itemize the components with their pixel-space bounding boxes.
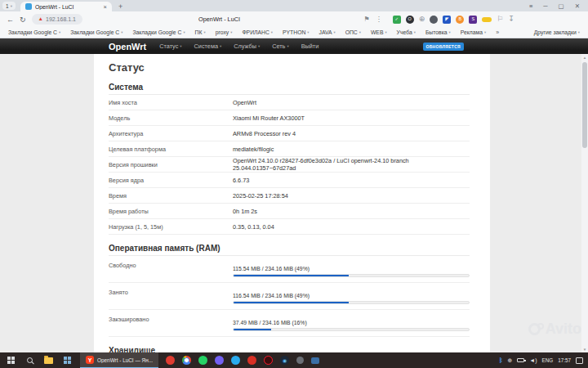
system-table: Имя хостаOpenWrt МодельXiaomi Mi Router … — [109, 94, 470, 235]
chevron-down-icon: ▾ — [180, 44, 181, 48]
start-button[interactable] — [5, 355, 16, 366]
pennant-flag-icon[interactable]: ⚐ — [497, 16, 503, 24]
table-row: Версия прошивкиOpenWrt 24.10.0 r28427-6d… — [109, 157, 470, 173]
chevron-down-icon: ▾ — [578, 30, 580, 34]
nav-services[interactable]: Службы▾ — [234, 43, 260, 50]
nav-network[interactable]: Сеть▾ — [272, 43, 289, 50]
new-tab-button[interactable]: + — [118, 2, 122, 11]
window-title: OpenWrt - LuCI — [81, 16, 359, 23]
bookmark-folder[interactable]: Бытовка▾ — [425, 29, 451, 35]
scrollbar-thumb[interactable] — [582, 62, 587, 148]
chevron-down-icon: ▾ — [287, 44, 288, 48]
active-task-yandex-browser[interactable]: Y OpenWrt - LuCI — Ян... — [80, 352, 158, 368]
battery-icon[interactable] — [517, 358, 524, 362]
yandex-browser-icon: Y — [86, 356, 94, 364]
chevron-down-icon: ▾ — [359, 30, 361, 34]
progress-bar — [233, 274, 470, 277]
maximize-icon[interactable]: ▢ — [559, 2, 564, 10]
opera-icon[interactable] — [264, 356, 273, 365]
scrollbar[interactable]: ▲ ▼ — [581, 54, 588, 352]
back-icon[interactable]: ← — [7, 16, 14, 24]
bookmark-folder[interactable]: ПК▾ — [195, 29, 206, 35]
scroll-up-icon[interactable]: ▲ — [581, 54, 588, 61]
progress-text: 116.54 MiB / 234.16 MiB (49%) — [233, 293, 310, 298]
browser-tab-active[interactable]: OpenWrt - LuCI × — [20, 2, 112, 11]
chevron-down-icon: ▾ — [258, 44, 260, 48]
bookmark-folder[interactable]: Закладки Google C▾ — [132, 29, 185, 35]
bookmark-folder[interactable]: Реклама▾ — [461, 29, 486, 35]
nav-status[interactable]: Статус▾ — [159, 43, 181, 50]
bookmark-folder[interactable]: Закладки Google C▾ — [8, 29, 60, 35]
table-row: Имя хостаOpenWrt — [109, 95, 470, 110]
volume-icon[interactable]: ◄) — [529, 357, 537, 363]
purple-s-extension-icon[interactable]: S — [469, 16, 477, 24]
url-pill[interactable]: ▲ 192.168.1.1 — [32, 14, 82, 25]
site-warning-icon[interactable]: ▲ — [38, 16, 43, 22]
bookmark-folder[interactable]: Закладки Google C▾ — [70, 29, 122, 35]
blue-square-extension-icon[interactable]: ◤ — [443, 16, 451, 24]
action-center-icon[interactable] — [576, 357, 583, 364]
chevron-down-icon: ▾ — [230, 30, 232, 34]
avito-logo-icon — [537, 323, 544, 330]
telegram-icon[interactable] — [231, 356, 240, 365]
avito-watermark: Avito — [528, 321, 581, 338]
orange-b-extension-icon[interactable]: B — [456, 16, 464, 24]
red-app-icon[interactable] — [166, 356, 175, 365]
adguard-shield-icon[interactable]: ✓ — [393, 16, 401, 24]
app-grid-icon[interactable] — [61, 355, 73, 366]
network-icon[interactable]: ⊕ — [507, 357, 512, 364]
more-menu-icon[interactable]: ⋮ — [376, 16, 382, 23]
tab-counter-button[interactable]: 1 ▾ — [2, 2, 16, 10]
bookmark-folder[interactable]: JAVA▾ — [319, 29, 336, 35]
table-row: Целевая платформаmediatek/filogic — [109, 141, 470, 157]
chevron-down-icon: ▾ — [11, 4, 12, 8]
language-indicator[interactable]: ENG — [542, 357, 554, 363]
openwrt-brand[interactable]: OpenWrt — [109, 42, 146, 52]
gray-circle-extension-icon[interactable] — [430, 16, 438, 24]
dark-circle-extension-icon[interactable]: O — [406, 16, 414, 24]
chrome-icon[interactable] — [182, 356, 191, 365]
target-extension-icon[interactable]: ⊕ — [419, 16, 425, 24]
steam-icon[interactable]: ◉ — [280, 356, 289, 365]
bookmark-flag-icon[interactable]: ⚑ — [364, 16, 370, 23]
nav-logout[interactable]: Выйти — [301, 43, 319, 50]
tab-close-icon[interactable]: × — [104, 3, 107, 11]
bookmark-folder[interactable]: proxy▾ — [216, 29, 233, 35]
bookmark-folder[interactable]: ФРИЛАНС▾ — [242, 29, 273, 35]
luci-nav: Статус▾ Система▾ Службы▾ Сеть▾ Выйти — [159, 43, 318, 50]
bookmark-folder[interactable]: PYTHON▾ — [283, 29, 310, 35]
progress-row: Занято 116.54 MiB / 234.16 MiB (49%) — [109, 283, 470, 310]
address-bar[interactable]: ▲ 192.168.1.1 OpenWrt - LuCI — [32, 11, 359, 27]
progress-row: Закэшировано 37.49 MiB / 234.16 MiB (16%… — [109, 310, 470, 337]
bookmark-folder[interactable]: ОПС▾ — [345, 29, 361, 35]
scroll-down-icon[interactable]: ▼ — [581, 346, 588, 352]
minimize-icon[interactable]: ─ — [543, 2, 547, 10]
nav-system[interactable]: Система▾ — [194, 43, 222, 50]
refreshing-badge[interactable]: ОБНОВЛЯЕТСЯ — [423, 43, 464, 51]
other-bookmarks-button[interactable]: Другие закладки▾ — [534, 29, 580, 35]
viber-icon[interactable] — [215, 356, 224, 365]
reload-icon[interactable]: ↻ — [20, 16, 26, 24]
red-app-icon-2[interactable] — [247, 356, 256, 365]
download-icon[interactable]: ↧ — [508, 16, 514, 24]
bookmark-folder[interactable]: WEB▾ — [371, 29, 387, 35]
gray-app-icon[interactable] — [296, 357, 304, 364]
clock[interactable]: 17:57 — [558, 357, 571, 363]
table-row: МодельXiaomi Mi Router AX3000T — [109, 110, 470, 126]
progress-fill — [234, 329, 271, 330]
search-button[interactable] — [24, 355, 35, 366]
bluetooth-icon[interactable]: ᛒ — [499, 357, 503, 364]
file-explorer-icon[interactable] — [42, 355, 54, 366]
bookmarks-bar: Закладки Google C▾ Закладки Google C▾ За… — [0, 27, 588, 38]
luci-header: OpenWrt Статус▾ Система▾ Службы▾ Сеть▾ В… — [0, 38, 588, 54]
yellow-pill-extension-icon[interactable] — [482, 17, 492, 22]
whatsapp-icon[interactable] — [198, 356, 207, 365]
close-icon[interactable]: ✕ — [575, 2, 580, 10]
bookmarks-overflow-icon[interactable]: » — [496, 29, 499, 35]
progress-row: Свободно 115.54 MiB / 234.16 MiB (49%) — [109, 256, 470, 283]
browser-menu-icon[interactable]: ≡ — [529, 2, 532, 10]
section-storage: Хранилище — [109, 346, 470, 352]
bookmark-folder[interactable]: Учеба▾ — [397, 29, 416, 35]
section-system: Система — [109, 83, 470, 92]
blue-app-icon[interactable] — [311, 357, 319, 364]
